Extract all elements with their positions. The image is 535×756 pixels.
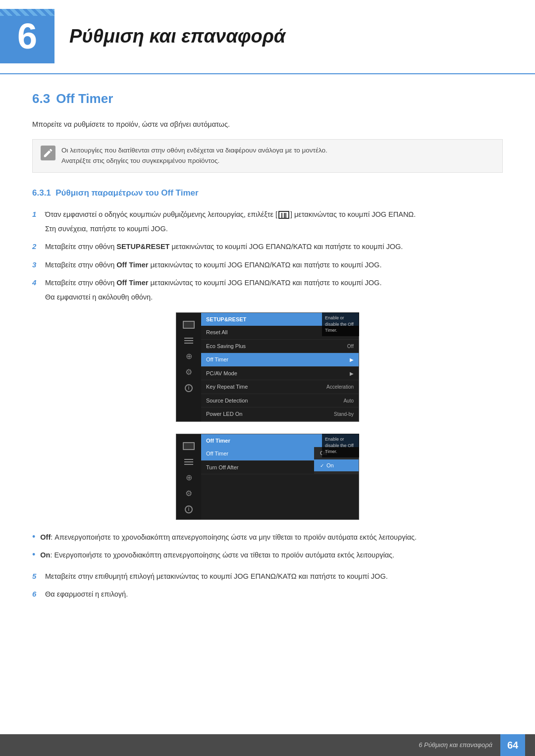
menu-screen-1: ⊕ ⚙ i SETUP&RESET Reset All xyxy=(176,312,359,422)
section-number: 6.3 xyxy=(32,89,50,108)
menu-item-key-repeat: Key Repeat Time Acceleration xyxy=(201,380,359,394)
sidebar-icon-gear-2: ⚙ xyxy=(182,489,196,499)
screenshot-1-container: ⊕ ⚙ i SETUP&RESET Reset All xyxy=(32,312,503,422)
header-divider xyxy=(0,73,535,74)
sidebar-icon-gear: ⚙ xyxy=(182,367,196,377)
section-title: Off Timer xyxy=(56,89,113,108)
chapter-title: Ρύθμιση και επαναφορά xyxy=(54,22,285,50)
step-1-sub: Στη συνέχεια, πατήστε το κουμπί JOG. xyxy=(45,223,416,234)
menu-tooltip-1: Enable or disable the Off Timer. xyxy=(322,312,359,336)
intro-text: Μπορείτε να ρυθμίσετε το προϊόν, ώστε να… xyxy=(32,119,503,130)
bullet-item-on: • On: Ενεργοποιήστε το χρονοδιακόπτη απε… xyxy=(32,550,503,560)
chapter-number: 6 xyxy=(0,9,54,63)
menu-empty-space xyxy=(201,474,359,514)
pencil-icon xyxy=(43,148,54,158)
section-heading: 6.3 Off Timer xyxy=(32,89,503,108)
note-icon xyxy=(41,146,55,160)
sidebar-icon-arrows-2: ⊕ xyxy=(182,473,196,483)
step-6: 6 Θα εφαρμοστεί η επιλογή. xyxy=(32,589,503,600)
note-text: Οι λειτουργίες που διατίθενται στην οθόν… xyxy=(61,146,327,166)
step-4: 4 Μεταβείτε στην οθόνη Off Timer μετακιν… xyxy=(32,277,503,302)
step-5: 5 Μεταβείτε στην επιθυμητή επιλογή μετακ… xyxy=(32,571,503,582)
inline-menu-icon xyxy=(278,211,289,219)
menu-item-power-led: Power LED On Stand-by xyxy=(201,407,359,421)
screenshot-2-container: ⊕ ⚙ i Off Timer xyxy=(32,434,503,520)
bullet-list: • Off: Απενεργοποιήστε το χρονοδιακόπτη … xyxy=(32,532,503,561)
sidebar-icon-monitor-2 xyxy=(182,441,196,451)
footer-chapter-label: 6 Ρύθμιση και επαναφορά xyxy=(419,740,492,750)
note-box: Οι λειτουργίες που διατίθενται στην οθόν… xyxy=(32,139,503,173)
sidebar-icon-lines-2 xyxy=(182,457,196,467)
page-footer: 6 Ρύθμιση και επαναφορά 64 xyxy=(0,734,535,756)
step-3: 3 Μεταβείτε στην οθόνη Off Timer μετακιν… xyxy=(32,259,503,271)
main-content: 6.3 Off Timer Μπορείτε να ρυθμίσετε το π… xyxy=(0,89,535,600)
chapter-header: 6 Ρύθμιση και επαναφορά xyxy=(0,0,535,68)
footer-page-number: 64 xyxy=(500,734,525,756)
menu-sidebar-2: ⊕ ⚙ i xyxy=(176,434,201,519)
step-1: 1 Όταν εμφανιστεί ο οδηγός κουμπιών ρυθμ… xyxy=(32,209,503,234)
menu-tooltip-2: Enable or disable the Off Timer. xyxy=(322,434,359,457)
sidebar-icon-monitor xyxy=(182,320,196,330)
step-2: 2 Μεταβείτε στην οθόνη SETUP&RESET μετακ… xyxy=(32,241,503,252)
subsection-heading: 6.3.1 Ρύθμιση παραμέτρων του Off Timer xyxy=(32,187,503,200)
sidebar-icon-info-2: i xyxy=(182,504,196,514)
sidebar-icon-lines xyxy=(182,336,196,346)
submenu-off-timer: Off Timer xyxy=(201,447,314,461)
menu-item-pcav-mode: PC/AV Mode ▶ xyxy=(201,367,359,381)
menu-item-eco-saving: Eco Saving Plus Off xyxy=(201,340,359,353)
menu-item-source-detect: Source Detection Auto xyxy=(201,394,359,408)
steps-list-2: 5 Μεταβείτε στην επιθυμητή επιλογή μετακ… xyxy=(32,571,503,600)
sidebar-icon-arrows: ⊕ xyxy=(182,352,196,361)
menu-sidebar-1: ⊕ ⚙ i xyxy=(176,313,201,421)
steps-list: 1 Όταν εμφανιστεί ο οδηγός κουμπιών ρυθμ… xyxy=(32,209,503,302)
menu-screen-2: ⊕ ⚙ i Off Timer xyxy=(176,434,359,520)
sidebar-icon-info: i xyxy=(182,383,196,393)
submenu-turn-off-after: Turn Off After xyxy=(201,461,314,475)
bullet-item-off: • Off: Απενεργοποιήστε το χρονοδιακόπτη … xyxy=(32,532,503,543)
option-on: ✓ On xyxy=(314,459,359,472)
menu-item-off-timer: Off Timer ▶ xyxy=(201,353,359,367)
